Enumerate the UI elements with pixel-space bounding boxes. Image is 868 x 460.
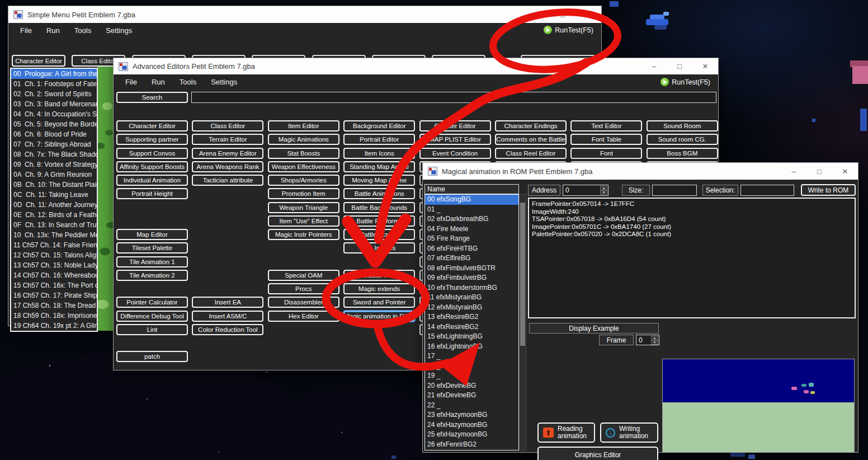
editor-button-text-editor[interactable]: Text Editor bbox=[570, 120, 642, 132]
editor-button-magic-extends[interactable]: Magic extends bbox=[343, 283, 415, 294]
chapter-list-item[interactable]: 15 Ch57 Ch. 16x: The Port of bbox=[11, 280, 97, 290]
editor-button-special-oam[interactable]: Special OAM bbox=[268, 270, 339, 281]
editor-button-cg-images[interactable]: CG Images bbox=[343, 242, 415, 254]
editor-button-item-editor[interactable]: Item Editor bbox=[268, 120, 339, 132]
write-to-rom-button[interactable]: Write to ROM bbox=[801, 184, 856, 196]
editor-button-promotion-item[interactable]: Promotion Item bbox=[268, 188, 339, 199]
editor-button-map-editor[interactable]: Map Editor bbox=[116, 229, 188, 240]
close-button[interactable]: ✕ bbox=[832, 163, 858, 180]
editor-button-weapon-effectiveness[interactable]: Weapon Effectiveness bbox=[268, 161, 339, 172]
scrollbar-thumb[interactable] bbox=[520, 203, 525, 346]
editor-button-event-condition[interactable]: Event Condition bbox=[419, 148, 491, 159]
editor-button-item-icons[interactable]: Item Icons bbox=[343, 148, 415, 159]
animation-list-item[interactable]: 20 efxDevineBG bbox=[425, 381, 518, 391]
animation-list-item[interactable]: 00 efxSongBG bbox=[425, 195, 518, 205]
editor-button-font-table[interactable]: Font Table bbox=[570, 134, 642, 145]
chapter-list-item[interactable]: 01 Ch. 1: Footsteps of Fate bbox=[11, 79, 97, 89]
editor-button-tactician-attribute[interactable]: Tactician attribute bbox=[192, 175, 263, 186]
spinner[interactable]: ▲▼ bbox=[651, 336, 658, 344]
titlebar[interactable]: Advanced Editors Petit Emblem 7.gba – □ … bbox=[114, 58, 718, 74]
menu-tools[interactable]: Tools bbox=[67, 24, 98, 37]
editor-button-battle-animations[interactable]: Battle Animations bbox=[343, 188, 415, 199]
animation-list-item[interactable]: 14 efxResireBG2 bbox=[425, 322, 518, 332]
animation-list-item[interactable]: 16 efxLightningBG bbox=[425, 342, 518, 352]
animation-list-item[interactable]: 26 efxFenrirBG2 bbox=[425, 440, 518, 450]
size-input[interactable] bbox=[652, 185, 697, 196]
editor-button-arena-weapons-rank[interactable]: Arena Weapons Rank bbox=[192, 161, 263, 172]
frame-input[interactable]: 0 ▲▼ bbox=[636, 335, 659, 345]
editor-button-hex-editor[interactable]: Hex Editor bbox=[268, 311, 339, 322]
chapter-list-item[interactable]: 06 Ch. 6: Blood of Pride bbox=[11, 129, 97, 139]
animation-list-item[interactable]: 06 efxFireHITBG bbox=[425, 244, 518, 254]
editor-button-moving-map-anime[interactable]: Moving Map Anime bbox=[343, 175, 415, 186]
chapter-list-item[interactable]: 02 Ch. 2: Sword of Spirits bbox=[11, 89, 97, 99]
editor-button-terrain-editor[interactable]: Terrain Editor bbox=[192, 134, 263, 145]
editor-button-background-editor[interactable]: Background Editor bbox=[343, 120, 415, 132]
animation-list-item[interactable]: 09 efxFimbulvetrBG bbox=[425, 273, 518, 283]
chapter-list-item[interactable]: 05 Ch. 5: Beyond the Border bbox=[11, 119, 97, 129]
menu-file[interactable]: File bbox=[118, 76, 144, 88]
chapter-list-item[interactable]: 11 Ch57 Ch. 14: False Friend bbox=[11, 240, 97, 250]
editor-button-magic-animations[interactable]: Magic Animations bbox=[268, 134, 339, 145]
editor-button-procs[interactable]: Procs bbox=[268, 283, 339, 294]
chapter-list-item[interactable]: 03 Ch. 3: Band of Mercenari bbox=[11, 99, 97, 109]
editor-button-portrait-height[interactable]: Portrait Height bbox=[116, 188, 188, 199]
titlebar[interactable]: Magical animation in ROM Petit Emblem 7.… bbox=[423, 163, 858, 180]
animation-list-item[interactable]: 23 efxHazymoonBG bbox=[425, 410, 518, 420]
chapter-list-item[interactable]: 00 Prologue: A Girl from the bbox=[11, 69, 97, 79]
minimize-button[interactable]: – bbox=[641, 58, 667, 74]
animation-list-item[interactable]: 12 efxMistyrainBG bbox=[425, 303, 518, 313]
editor-button-insert-ea[interactable]: Insert EA bbox=[192, 297, 263, 308]
graphics-editor-button[interactable]: Graphics Editor bbox=[537, 447, 658, 460]
editor-button-stat-boosts[interactable]: Stat Boosts bbox=[268, 148, 339, 159]
menu-run[interactable]: Run bbox=[144, 76, 172, 88]
chapter-list-item[interactable]: 08 Ch. 7x: The Black Shado bbox=[11, 149, 97, 159]
animation-list-item[interactable]: 15 efxLightningBG bbox=[425, 332, 518, 342]
address-input[interactable]: 0 ▲▼ bbox=[563, 185, 608, 196]
minimize-button[interactable]: – bbox=[524, 6, 550, 23]
editor-button-standing-map-anime[interactable]: Standing Map Anime bbox=[343, 161, 415, 172]
editor-button-character-editor[interactable]: Character Editor bbox=[116, 120, 188, 132]
editor-button-tile-animation-1[interactable]: Tile Animation 1 bbox=[116, 256, 188, 267]
animation-list-item[interactable]: 05 Fire Range bbox=[425, 234, 518, 244]
chapter-list-item[interactable]: 0F Ch. 13: In Search of Trut bbox=[11, 220, 97, 230]
animation-list-item[interactable]: 01 _ bbox=[425, 205, 518, 215]
menu-settings[interactable]: Settings bbox=[98, 24, 139, 37]
chapter-list-item[interactable]: 16 Ch57 Ch. 17: Pirate Ship bbox=[11, 290, 97, 301]
animation-list[interactable]: 00 efxSongBG01 _02 efxDarkbreathBG04 Fir… bbox=[424, 194, 519, 450]
runtest-button[interactable]: RunTest(F5) bbox=[661, 78, 710, 86]
name-column-header[interactable]: Name bbox=[424, 184, 519, 194]
editor-button-affinity-support-boosts[interactable]: Affinity Support Boosts bbox=[116, 161, 188, 172]
search-input[interactable] bbox=[191, 92, 716, 103]
close-button[interactable]: ✕ bbox=[575, 6, 601, 23]
chapter-list-item[interactable]: 09 Ch. 8: Vortex of Strategy bbox=[11, 159, 97, 170]
editor-button-tile-animation-2[interactable]: Tile Animation 2 bbox=[116, 270, 188, 281]
editor-button-character-endings[interactable]: Character Endings bbox=[495, 120, 567, 132]
editor-button-class-reel-editor[interactable]: Class Reel Editor bbox=[495, 148, 567, 159]
search-button[interactable]: Search bbox=[116, 92, 188, 103]
editor-button-portrait-editor[interactable]: Portrait Editor bbox=[343, 134, 415, 145]
editor-button-disassembler[interactable]: Disassembler bbox=[268, 297, 339, 308]
writing-animation-button[interactable]: ↓ Writing animation bbox=[600, 423, 658, 443]
menu-tools[interactable]: Tools bbox=[172, 76, 204, 88]
pointer-info-panel[interactable]: FramePointer:0x057014 -> 1E7FFCImageWidt… bbox=[528, 198, 856, 318]
menu-settings[interactable]: Settings bbox=[204, 76, 244, 88]
animation-list-item[interactable]: 07 efxElfireBG bbox=[425, 254, 518, 264]
editor-button-sound-room-cg[interactable]: Sound room CG. bbox=[647, 134, 718, 145]
editor-button-boss-bgm[interactable]: Boss BGM bbox=[647, 148, 718, 159]
editor-button-battle-screen[interactable]: Battle Screen bbox=[343, 229, 415, 240]
editor-button-individual-animation[interactable]: Individual Animation bbox=[116, 175, 188, 186]
animation-list-item[interactable]: 08 efxFimbulvetrBGTR bbox=[425, 264, 518, 274]
chapter-list-item[interactable]: 04 Ch. 4: In Occupation's Sh bbox=[11, 109, 97, 119]
editor-button-item-use-effect[interactable]: Item "Use" Effect bbox=[268, 215, 339, 227]
minimize-button[interactable]: – bbox=[781, 163, 806, 180]
editor-button-arena-enemy-editor[interactable]: Arena Enemy Editor bbox=[192, 148, 263, 159]
chapter-list-item[interactable]: 13 Ch57 Ch. 15: Noble Lady bbox=[11, 260, 97, 270]
animation-list-item[interactable]: 21 efxDevineBG bbox=[425, 391, 518, 401]
editor-button-support-convos[interactable]: Support Convos bbox=[116, 148, 188, 159]
editor-button-battle-platforms[interactable]: Battle Platforms bbox=[343, 215, 415, 227]
editor-button-map-plist-editor[interactable]: MAP PLIST Editor bbox=[419, 134, 491, 145]
editor-button-lint[interactable]: Lint bbox=[116, 324, 188, 335]
editor-button-comments-on-the-battle[interactable]: Comments on the Battle bbox=[495, 134, 567, 145]
chapter-list-item[interactable]: 0D Ch. 11: Another Journey bbox=[11, 200, 97, 210]
